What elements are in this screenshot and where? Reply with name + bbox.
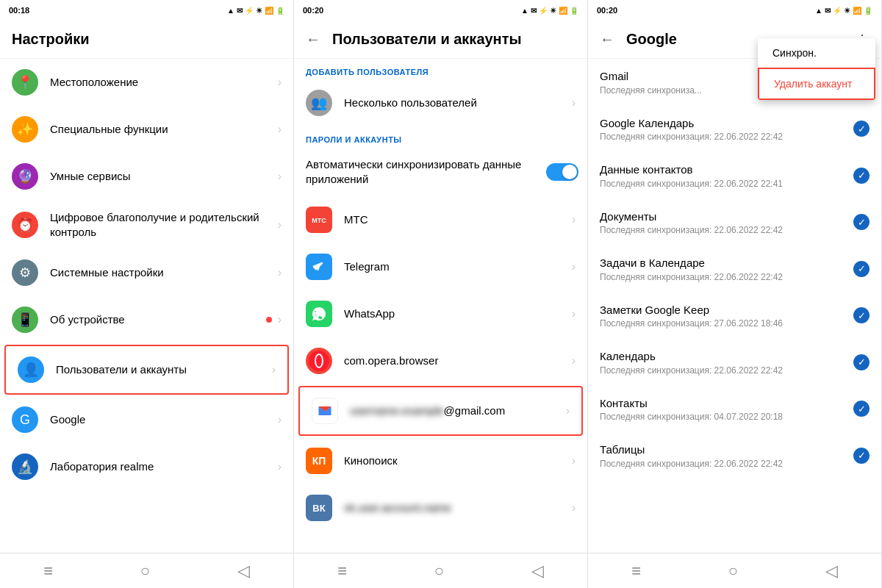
- auto-sync-label: Автоматически синхронизировать данные пр…: [306, 157, 546, 186]
- panel-google: 00:20 ▲ ✉ ⚡ ☀ 📶 🔋 ← Google ⋮ Синхрон. Уд…: [588, 0, 882, 588]
- arrow-icon: ›: [572, 213, 576, 226]
- google-icon: G: [12, 406, 38, 433]
- section-add-user: ДОБАВИТЬ ПОЛЬЗОВАТЕЛЯ: [294, 59, 587, 79]
- kinopoisk-icon: КП: [306, 448, 332, 474]
- item-label: МТС: [344, 212, 572, 227]
- sync-sublabel: Последняя синхронизация: 22.06.2022 22:4…: [600, 179, 853, 189]
- arrow-icon: ›: [278, 218, 282, 232]
- sync-list: Gmail Последняя синхрониза... Google Кал…: [588, 59, 881, 553]
- arrow-icon: ›: [572, 96, 576, 110]
- item-label: Лаборатория realme: [50, 459, 278, 474]
- nav-menu-btn[interactable]: ≡: [620, 556, 653, 587]
- sync-check-icon: ✓: [853, 354, 870, 370]
- gmail-label: username.example@gmail.com: [350, 404, 566, 418]
- nav-home-btn[interactable]: ○: [129, 556, 162, 587]
- list-item[interactable]: ✨ Специальные функции ›: [0, 106, 293, 153]
- list-item[interactable]: ⏰ Цифровое благополучие и родительский к…: [0, 200, 293, 249]
- arrow-icon: ›: [572, 501, 576, 514]
- item-label: Несколько пользователей: [344, 96, 572, 110]
- settings-list: 📍 Местоположение › ✨ Специальные функции…: [0, 59, 293, 553]
- auto-sync-toggle[interactable]: [546, 163, 578, 181]
- nav-menu-btn[interactable]: ≡: [326, 556, 359, 587]
- item-label: Цифровое благополучие и родительский кон…: [50, 210, 278, 239]
- item-label: com.opera.browser: [344, 354, 572, 368]
- list-item[interactable]: МТС МТС ›: [294, 196, 587, 243]
- settings-title: Настройки: [12, 31, 90, 48]
- sync-sublabel: Последняя синхронизация: 27.06.2022 18:4…: [600, 318, 853, 329]
- arrow-icon: ›: [572, 454, 576, 467]
- sync-item-sheets[interactable]: Таблицы Последняя синхронизация: 22.06.2…: [588, 432, 881, 479]
- location-icon: 📍: [12, 69, 38, 96]
- nav-back-btn[interactable]: ◁: [226, 556, 262, 587]
- nav-menu-btn[interactable]: ≡: [32, 556, 65, 587]
- sync-item-keep[interactable]: Заметки Google Keep Последняя синхрониза…: [588, 293, 881, 340]
- sync-check-icon: ✓: [853, 307, 870, 323]
- list-item[interactable]: com.opera.browser ›: [294, 337, 587, 384]
- list-item[interactable]: 🔮 Умные сервисы ›: [0, 153, 293, 200]
- arrow-icon: ›: [566, 404, 570, 417]
- list-item[interactable]: 📱 Об устройстве ›: [0, 296, 293, 343]
- whatsapp-icon: [306, 301, 332, 327]
- email-username: username.example: [350, 404, 444, 417]
- mts-icon: МТС: [306, 207, 332, 233]
- sync-check-icon: ✓: [853, 168, 870, 184]
- gmail-account-item[interactable]: username.example@gmail.com ›: [300, 387, 581, 434]
- about-icon: 📱: [12, 306, 38, 333]
- arrow-icon: ›: [278, 170, 282, 183]
- sync-menu-item[interactable]: Синхрон.: [758, 38, 875, 68]
- sync-label: Данные контактов: [600, 162, 853, 177]
- nav-back-btn[interactable]: ◁: [520, 556, 556, 587]
- back-button[interactable]: ←: [306, 31, 320, 48]
- auto-sync-item[interactable]: Автоматически синхронизировать данные пр…: [294, 147, 587, 196]
- list-item[interactable]: КП Кинопоиск ›: [294, 437, 587, 484]
- item-label: Google: [50, 412, 278, 427]
- sync-sublabel: Последняя синхронизация: 04.07.2022 20:1…: [600, 412, 853, 422]
- list-item[interactable]: 🔬 Лаборатория realme ›: [0, 443, 293, 490]
- sync-label: Календарь: [600, 349, 853, 364]
- sync-check-icon: ✓: [853, 448, 870, 464]
- nav-home-btn[interactable]: ○: [423, 556, 456, 587]
- list-item[interactable]: 📍 Местоположение ›: [0, 59, 293, 106]
- bottom-nav-3: ≡ ○ ◁: [588, 553, 881, 588]
- accounts-icon: 👤: [18, 356, 44, 383]
- realme-icon: 🔬: [12, 453, 38, 480]
- nav-back-btn[interactable]: ◁: [814, 556, 850, 587]
- sync-item-calendar[interactable]: Календарь Последняя синхронизация: 22.06…: [588, 339, 881, 386]
- sync-label: Задачи в Календаре: [600, 256, 853, 270]
- sync-sublabel: Последняя синхронизация: 22.06.2022 22:4…: [600, 459, 853, 469]
- list-item[interactable]: WhatsApp ›: [294, 290, 587, 337]
- time-2: 00:20: [303, 6, 323, 15]
- list-item[interactable]: G Google ›: [0, 396, 293, 443]
- email-domain: @gmail.com: [444, 404, 506, 417]
- bottom-nav-1: ≡ ○ ◁: [0, 553, 293, 588]
- list-item[interactable]: ⚙ Системные настройки ›: [0, 249, 293, 296]
- list-item[interactable]: 👥 Несколько пользователей ›: [294, 79, 587, 126]
- remove-account-menu-item[interactable]: Удалить аккаунт: [758, 68, 875, 100]
- google-account-icon: [312, 398, 338, 424]
- sync-sublabel: Последняя синхронизация: 22.06.2022 22:4…: [600, 272, 853, 282]
- sync-item-docs[interactable]: Документы Последняя синхронизация: 22.06…: [588, 199, 881, 246]
- sync-sublabel: Последняя синхронизация: 22.06.2022 22:4…: [600, 225, 853, 235]
- special-icon: ✨: [12, 116, 38, 143]
- sync-check-icon: ✓: [853, 214, 870, 230]
- back-button-3[interactable]: ←: [600, 31, 614, 48]
- sync-item-contacts[interactable]: Контакты Последняя синхронизация: 04.07.…: [588, 386, 881, 433]
- sync-sublabel: Последняя синхронизация: 22.06.2022 22:4…: [600, 132, 853, 142]
- header-accounts: ← Пользователи и аккаунты: [294, 21, 587, 59]
- sync-item-gcal[interactable]: Google Календарь Последняя синхронизация…: [588, 106, 881, 153]
- svg-text:МТС: МТС: [312, 217, 326, 224]
- arrow-icon: ›: [572, 354, 576, 368]
- sync-item-contacts-data[interactable]: Данные контактов Последняя синхронизация…: [588, 152, 881, 199]
- item-label: Об устройстве: [50, 312, 266, 327]
- item-label: vk.user.account.name: [344, 501, 572, 515]
- list-item[interactable]: ВК vk.user.account.name ›: [294, 484, 587, 531]
- accounts-item[interactable]: 👤 Пользователи и аккаунты ›: [6, 346, 287, 393]
- list-item[interactable]: Telegram ›: [294, 243, 587, 290]
- sync-item-tasks[interactable]: Задачи в Календаре Последняя синхронизац…: [588, 245, 881, 293]
- panel-accounts: 00:20 ▲ ✉ ⚡ ☀ 📶 🔋 ← Пользователи и аккау…: [294, 0, 588, 588]
- header-settings: Настройки: [0, 21, 293, 59]
- sync-label: Заметки Google Keep: [600, 303, 853, 318]
- nav-home-btn[interactable]: ○: [717, 556, 750, 587]
- item-label: Местоположение: [50, 75, 278, 90]
- digital-icon: ⏰: [12, 212, 38, 238]
